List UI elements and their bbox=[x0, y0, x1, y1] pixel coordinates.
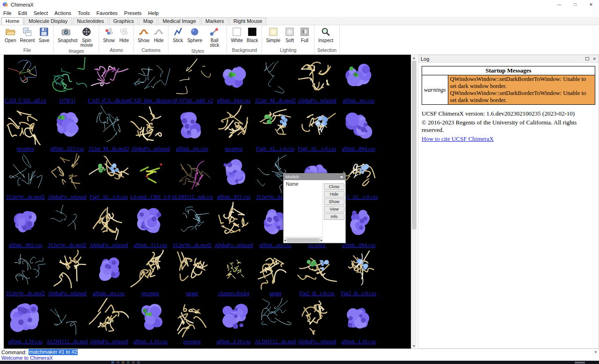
molecule-thumbnail[interactable] bbox=[47, 105, 87, 145]
file-history-item[interactable]: Fig2_di...t-0.cxs bbox=[296, 250, 338, 298]
file-history-item[interactable]: AlphaFo...relaxed bbox=[130, 105, 171, 153]
file-link[interactable]: L6-mid...CBS_1-9 bbox=[131, 194, 171, 200]
file-history-item[interactable]: affinit...992.cxs bbox=[5, 202, 46, 250]
menu-tools[interactable]: Tools bbox=[74, 10, 93, 16]
molecule-thumbnail[interactable] bbox=[214, 153, 254, 193]
ribbon-button-atoms-hide[interactable]: Hide bbox=[117, 26, 131, 43]
molecule-thumbnail[interactable] bbox=[297, 57, 337, 97]
models-hide-button[interactable]: Hide bbox=[324, 191, 344, 197]
file-history-item[interactable]: receptor bbox=[171, 298, 213, 346]
molecule-thumbnail[interactable] bbox=[131, 298, 170, 338]
file-link[interactable]: Fig5_AL...t-0.cxs bbox=[90, 194, 128, 200]
scroll-down-arrow[interactable]: ▼ bbox=[411, 343, 416, 349]
models-list-scrollbar[interactable]: ◂ ▸ bbox=[284, 237, 323, 243]
molecule-thumbnail[interactable] bbox=[47, 298, 87, 338]
molecule-thumbnail[interactable] bbox=[6, 202, 45, 241]
file-link[interactable]: 312er_M...ds.mol2 bbox=[255, 97, 296, 104]
file-history-item[interactable]: 312erVe...ds.mol2 bbox=[46, 202, 88, 250]
molecule-thumbnail[interactable] bbox=[47, 153, 87, 193]
molecule-thumbnail[interactable] bbox=[6, 298, 45, 338]
file-link[interactable]: 312erVe...ds.mol2 bbox=[48, 242, 87, 248]
ribbon-button-styles-ball-stick[interactable]: Ball stick bbox=[205, 26, 224, 48]
file-link[interactable]: affinit...931.cxs bbox=[217, 194, 251, 200]
file-link[interactable]: target bbox=[186, 290, 198, 297]
ribbon-button-file-recent[interactable]: Recent bbox=[19, 26, 36, 43]
maximize-button[interactable]: □ bbox=[567, 0, 583, 9]
file-history-item[interactable]: affinit...ers.cxs bbox=[338, 57, 380, 105]
molecule-thumbnail[interactable] bbox=[6, 105, 45, 145]
scrollbar-thumb[interactable] bbox=[412, 61, 416, 229]
molecule-thumbnail[interactable] bbox=[131, 202, 170, 241]
ribbon-button-background-black[interactable]: Black bbox=[246, 26, 259, 43]
file-history-item[interactable]: AlphaFo...relaxed bbox=[88, 202, 130, 250]
molecule-thumbnail[interactable] bbox=[131, 57, 170, 97]
taskbar-pinned-icon[interactable] bbox=[117, 361, 119, 364]
file-history-item[interactable]: AlphaFo...relaxed bbox=[213, 202, 255, 250]
file-link[interactable]: ALDH312...nds.cxs bbox=[171, 194, 213, 200]
models-view-button[interactable]: View bbox=[324, 206, 344, 212]
models-close-button[interactable]: Close bbox=[324, 183, 344, 190]
file-history-item[interactable]: AlphaFo...relaxed bbox=[88, 298, 130, 346]
file-link[interactable]: receptor bbox=[225, 146, 243, 152]
file-history-item[interactable]: ALDH312...nds.cxs bbox=[171, 153, 213, 202]
menu-presets[interactable]: Presets bbox=[121, 10, 145, 16]
molecule-thumbnail[interactable] bbox=[89, 202, 129, 241]
molecule-thumbnail[interactable] bbox=[256, 57, 295, 97]
taskbar-pinned-icon[interactable] bbox=[132, 361, 135, 364]
file-link[interactable]: AlphaFo...relaxed bbox=[214, 242, 253, 248]
taskbar-pinned-icon[interactable] bbox=[111, 361, 114, 364]
molecule-thumbnail[interactable] bbox=[89, 57, 129, 97]
molecule-thumbnail[interactable] bbox=[89, 105, 129, 145]
file-link[interactable]: AlphaFo...relaxed bbox=[48, 290, 87, 297]
ribbon-button-atoms-show[interactable]: Show bbox=[102, 26, 116, 43]
file-history-item[interactable]: L6-mid...CBS_1-9 bbox=[130, 153, 171, 202]
menu-file[interactable]: File bbox=[0, 10, 15, 16]
ribbon-button-lighting-full[interactable]: Full bbox=[298, 26, 311, 43]
ribbon-button-cartoons-hide[interactable]: Hide bbox=[152, 26, 165, 43]
file-link[interactable]: ALDH312...ds.mol2 bbox=[255, 338, 296, 345]
file-link[interactable]: affinit...004.cxs bbox=[342, 242, 376, 248]
file-link[interactable]: 312erVe...ds.mol2 bbox=[6, 194, 45, 200]
tab-map[interactable]: Map bbox=[139, 17, 157, 25]
file-link[interactable]: affinit...992.cxs bbox=[9, 242, 43, 248]
file-link[interactable]: 312er_M...ds.mol2 bbox=[88, 146, 130, 152]
file-history-item[interactable]: AlphaFo...relaxed bbox=[296, 298, 338, 346]
file-link[interactable]: Fig6_AL...t-0.cxs bbox=[298, 146, 336, 152]
ribbon-button-styles-sphere[interactable]: Sphere bbox=[186, 26, 203, 43]
models-info-button[interactable]: Info bbox=[324, 213, 344, 220]
molecule-thumbnail[interactable] bbox=[89, 298, 129, 338]
file-link[interactable]: receptor bbox=[17, 146, 35, 152]
molecule-thumbnail[interactable] bbox=[339, 105, 379, 145]
scroll-right-arrow[interactable]: ▸ bbox=[321, 238, 322, 242]
ribbon-button-selection-inspect[interactable]: Inspect bbox=[317, 26, 334, 43]
molecule-thumbnail[interactable] bbox=[89, 250, 129, 290]
taskbar-pinned-icon[interactable] bbox=[127, 361, 130, 364]
molecule-thumbnail[interactable] bbox=[47, 250, 87, 290]
windows-taskbar[interactable] bbox=[0, 361, 599, 364]
file-link[interactable]: AlphaFo...relaxed bbox=[89, 242, 128, 248]
molecule-thumbnail[interactable] bbox=[172, 105, 212, 145]
command-input[interactable]: matchmaker #1 to #2 bbox=[29, 349, 592, 355]
ribbon-button-styles-stick[interactable]: Stick bbox=[171, 26, 184, 43]
file-link[interactable]: affinit...L10.cxs bbox=[133, 338, 168, 345]
file-link[interactable]: affinit...044.cxs bbox=[217, 97, 251, 104]
molecule-thumbnail[interactable] bbox=[214, 105, 254, 145]
file-history-item[interactable]: affinit...L10.cxs bbox=[5, 298, 46, 346]
file-history-item[interactable]: 312er_M...ds.mol2 bbox=[255, 57, 296, 105]
molecule-thumbnail[interactable] bbox=[131, 105, 170, 145]
molecule-thumbnail[interactable] bbox=[172, 250, 212, 290]
molecule-thumbnail[interactable] bbox=[297, 105, 337, 145]
log-close-icon[interactable]: ✕ bbox=[592, 57, 596, 61]
file-history-item[interactable]: target bbox=[255, 250, 296, 298]
file-history-item[interactable]: CAD_CAD...ull.cxs bbox=[5, 57, 46, 105]
file-link[interactable]: affinit...ers.cxs bbox=[176, 146, 208, 152]
file-history-item[interactable]: affinit...931.cxs bbox=[213, 153, 255, 202]
file-history-item[interactable]: 1r70(1) bbox=[46, 57, 88, 105]
ribbon-button-file-save[interactable]: Save bbox=[37, 26, 51, 43]
file-link[interactable]: Fig2_di...t-0.cxs bbox=[341, 290, 376, 297]
molecule-thumbnail[interactable] bbox=[172, 57, 212, 97]
file-history-item[interactable]: AlphaFo...relaxed bbox=[46, 250, 88, 298]
viewport-scrollbar[interactable]: ▲ ▼ bbox=[411, 55, 416, 349]
file-history-item[interactable]: receptor bbox=[213, 105, 255, 153]
file-link[interactable]: affinit...L10.cxs bbox=[217, 338, 251, 345]
